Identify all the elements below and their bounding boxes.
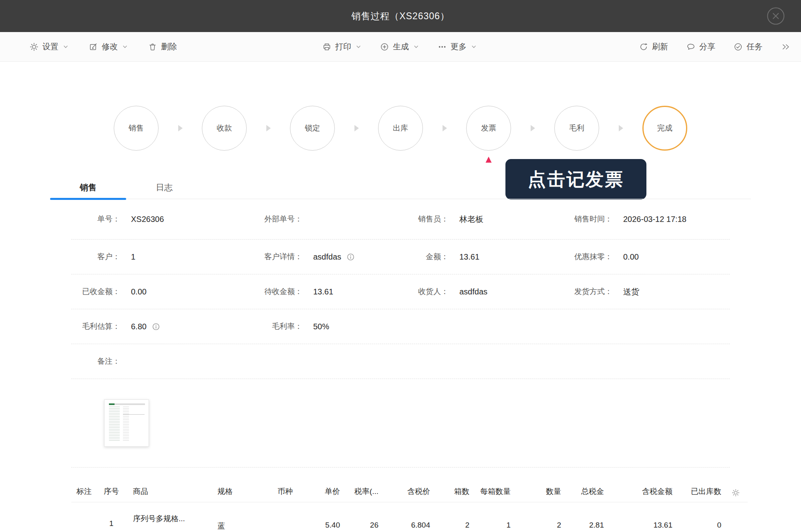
field-value: 送货: [623, 286, 639, 297]
trash-icon: [148, 42, 157, 51]
col-header-boxes: 箱数: [432, 486, 475, 497]
generate-button[interactable]: 生成: [380, 41, 419, 52]
items-table: 标注 序号 商品 规格 币种 单价 税率(... 含税价 箱数 每箱数量 数量 …: [71, 483, 748, 532]
print-button[interactable]: 打印: [322, 41, 362, 52]
col-header-per-box-qty: 每箱数量: [475, 486, 518, 497]
refresh-icon: [639, 42, 648, 51]
cell-boxes: 2: [432, 502, 475, 530]
cell-currency: [263, 502, 307, 521]
chevron-down-icon: [355, 44, 362, 50]
cell-qty: 2: [518, 502, 564, 530]
field-value: XS26306: [131, 215, 164, 224]
task-button[interactable]: 任务: [734, 41, 763, 52]
flow-step-label: 发票: [481, 123, 496, 133]
field-value: 0.00: [623, 252, 639, 262]
print-label: 打印: [335, 41, 351, 52]
field-value: asdfdas: [313, 252, 341, 262]
field-label: 单号：: [71, 214, 120, 224]
table-row[interactable]: 1 序列号多规格... 蓝 5.40 26 6.804 2 1 2 2.81 1…: [71, 502, 748, 532]
settings-label: 设置: [42, 41, 58, 52]
flow-step-label: 完成: [657, 123, 672, 133]
check-circle-icon: [734, 42, 743, 51]
plus-circle-icon: [380, 42, 389, 51]
form-row: 已收金额： 0.00 待收金额： 13.61 收货人： asdfdas 发货方式…: [71, 274, 730, 309]
column-settings-button[interactable]: [724, 489, 748, 497]
flow-arrow-icon: [599, 125, 642, 131]
gear-icon: [30, 42, 38, 51]
flow-step-label: 销售: [129, 123, 144, 133]
thumbnail-lines: [109, 407, 120, 442]
field-label: 已收金额：: [71, 286, 120, 297]
flow-arrow-icon: [423, 125, 466, 131]
cell-tax-rate: 26: [342, 502, 382, 530]
col-header-spec: 规格: [216, 486, 263, 497]
flow-step-invoice[interactable]: 发票: [466, 106, 511, 151]
toolbar: 设置 修改 删除 打印 生成: [0, 32, 801, 62]
field-value: 13.61: [459, 252, 479, 262]
share-button[interactable]: 分享: [686, 41, 715, 52]
cell-tax-incl-price: 6.804: [382, 502, 432, 530]
modify-button[interactable]: 修改: [89, 41, 128, 52]
printer-icon: [322, 42, 331, 51]
field-value-with-info: asdfdas: [313, 252, 355, 262]
flow-step-outbound[interactable]: 出库: [378, 106, 423, 151]
refresh-button[interactable]: 刷新: [639, 41, 668, 52]
items-table-header: 标注 序号 商品 规格 币种 单价 税率(... 含税价 箱数 每箱数量 数量 …: [71, 483, 748, 502]
window-title: 销售过程（XS26306）: [351, 10, 450, 22]
close-button[interactable]: [767, 7, 785, 25]
field-customer: 客户： 1: [71, 252, 236, 262]
field-value: 林老板: [459, 214, 483, 225]
field-order-no: 单号： XS26306: [71, 214, 236, 224]
flow-step-sale[interactable]: 销售: [114, 106, 159, 151]
field-delivery-method: 发货方式： 送货: [565, 286, 730, 297]
col-header-tax-incl-amount: 含税金额: [606, 486, 675, 497]
field-customer-detail: 客户详情： asdfdas: [236, 252, 400, 262]
edit-icon: [89, 42, 98, 51]
field-label: 收货人：: [400, 286, 449, 297]
more-button[interactable]: 更多: [438, 41, 477, 52]
info-icon[interactable]: [152, 322, 160, 331]
field-label: 备注：: [71, 356, 120, 367]
sales-process-window: 销售过程（XS26306） 设置 修改 删除: [0, 0, 801, 532]
cell-tax-incl-amount: 13.61: [606, 502, 675, 530]
share-label: 分享: [699, 41, 715, 52]
field-sale-time: 销售时间： 2026-03-12 17:18: [565, 214, 730, 224]
chevron-down-icon: [62, 44, 69, 50]
form-row: 毛利估算： 6.80 毛利率： 50%: [71, 309, 730, 344]
tab-sale[interactable]: 销售: [50, 179, 126, 199]
field-consignee: 收货人： asdfdas: [400, 286, 565, 297]
field-label: 毛利估算：: [71, 321, 120, 332]
close-icon: [767, 7, 785, 25]
flow-arrow-icon: [511, 125, 554, 131]
ellipsis-icon: [438, 42, 447, 51]
tab-log[interactable]: 日志: [126, 179, 202, 199]
detail-tabs: 销售 日志: [50, 179, 751, 199]
flow-step-label: 锁定: [305, 123, 320, 133]
toolbar-center-group: 打印 生成 更多: [322, 41, 477, 52]
cell-mark: [71, 502, 97, 521]
field-label: 发货方式：: [565, 286, 612, 297]
settings-button[interactable]: 设置: [30, 41, 69, 52]
order-detail-form: 单号： XS26306 外部单号： 销售员： 林老板 销售时间： 2026-03…: [71, 199, 730, 468]
flow-step-lock[interactable]: 锁定: [290, 106, 335, 151]
tab-label: 销售: [80, 183, 97, 192]
attachment-thumbnail[interactable]: [104, 399, 149, 447]
field-label: 销售时间：: [565, 214, 612, 224]
info-icon[interactable]: [346, 253, 355, 261]
tab-label: 日志: [156, 183, 173, 192]
flow-step-gross-profit[interactable]: 毛利: [554, 106, 599, 151]
field-value: asdfdas: [459, 287, 487, 296]
flow-step-complete[interactable]: 完成: [642, 106, 687, 151]
field-amount: 金额： 13.61: [400, 252, 565, 262]
delete-button[interactable]: 删除: [148, 41, 177, 52]
generate-label: 生成: [393, 41, 409, 52]
cell-unit-price: 5.40: [307, 502, 342, 530]
flow-step-payment[interactable]: 收款: [202, 106, 247, 151]
field-discount-rounding: 优惠抹零： 0.00: [565, 252, 730, 262]
cell-spec: 蓝: [216, 502, 263, 531]
field-external-order-no: 外部单号：: [236, 214, 400, 224]
field-gross-profit-estimate: 毛利估算： 6.80: [71, 321, 236, 332]
field-remark: 备注：: [71, 356, 236, 367]
expand-toolbar-button[interactable]: [781, 42, 791, 51]
field-label: 销售员：: [400, 214, 449, 224]
